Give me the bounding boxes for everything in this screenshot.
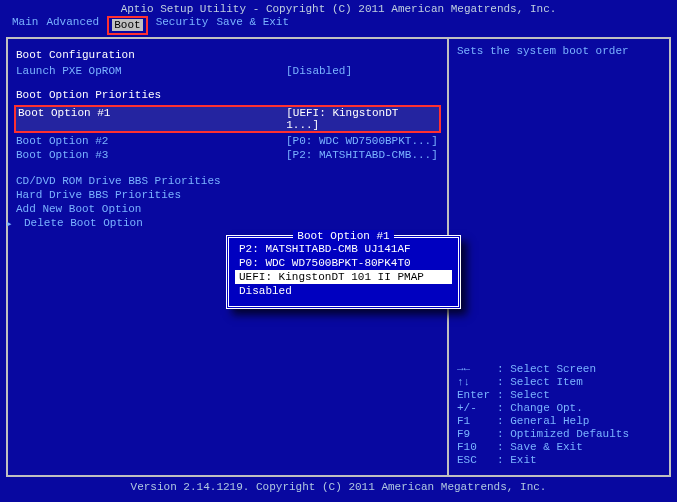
key-esc-desc: : Exit	[497, 454, 537, 466]
key-esc: ESC	[457, 454, 497, 466]
boot-option-3-label: Boot Option #3	[16, 149, 286, 161]
popup-option-3[interactable]: Disabled	[229, 284, 458, 298]
tab-boot[interactable]: Boot	[112, 19, 142, 31]
key-f1-desc: : General Help	[497, 415, 589, 427]
tab-security[interactable]: Security	[156, 16, 209, 35]
key-f9-desc: : Optimized Defaults	[497, 428, 629, 440]
boot-option-1-value: [UEFI: KingstonDT 1...]	[286, 107, 437, 131]
top-menu-bar: Main Advanced Boot Security Save & Exit	[0, 16, 677, 37]
key-plusminus: +/-	[457, 402, 497, 414]
boot-option-1-label: Boot Option #1	[18, 107, 286, 131]
key-f10: F10	[457, 441, 497, 453]
key-enter-desc: : Select	[497, 389, 550, 401]
tab-main[interactable]: Main	[12, 16, 38, 35]
key-legend: →←: Select Screen ↑↓: Select Item Enter:…	[457, 362, 661, 467]
help-panel: Sets the system boot order →←: Select Sc…	[449, 39, 669, 475]
hard-drive-bbs-row[interactable]: Hard Drive BBS Priorities	[16, 189, 439, 201]
cd-dvd-bbs-label: CD/DVD ROM Drive BBS Priorities	[16, 175, 221, 187]
launch-pxe-row[interactable]: Launch PXE OpROM [Disabled]	[16, 65, 439, 77]
context-help-text: Sets the system boot order	[457, 45, 661, 57]
launch-pxe-value: [Disabled]	[286, 65, 352, 77]
popup-title: Boot Option #1	[229, 230, 458, 242]
popup-option-2[interactable]: UEFI: KingstonDT 101 II PMAP	[235, 270, 452, 284]
delete-boot-option-label: Delete Boot Option	[24, 217, 143, 229]
cd-dvd-bbs-row[interactable]: CD/DVD ROM Drive BBS Priorities	[16, 175, 439, 187]
popup-option-1[interactable]: P0: WDC WD7500BPKT-80PK4T0	[229, 256, 458, 270]
bios-root: Aptio Setup Utility - Copyright (C) 2011…	[0, 0, 677, 502]
key-f10-desc: : Save & Exit	[497, 441, 583, 453]
boot-config-heading: Boot Configuration	[16, 49, 439, 61]
hard-drive-bbs-label: Hard Drive BBS Priorities	[16, 189, 181, 201]
tab-boot-highlight: Boot	[107, 16, 147, 35]
triangle-right-icon: ▸	[6, 217, 13, 230]
key-arrows-lr-desc: : Select Screen	[497, 363, 596, 375]
key-f9: F9	[457, 428, 497, 440]
version-footer: Version 2.14.1219. Copyright (C) 2011 Am…	[0, 477, 677, 497]
tab-advanced[interactable]: Advanced	[46, 16, 99, 35]
boot-option-popup: Boot Option #1 P2: MATSHITABD-CMB UJ141A…	[226, 235, 461, 309]
boot-option-2-value: [P0: WDC WD7500BPKT...]	[286, 135, 438, 147]
add-boot-option-label: Add New Boot Option	[16, 203, 141, 215]
tab-save-exit[interactable]: Save & Exit	[216, 16, 289, 35]
delete-boot-option-row[interactable]: ▸ Delete Boot Option	[16, 217, 439, 229]
key-arrows-lr: →←	[457, 363, 497, 375]
key-f1: F1	[457, 415, 497, 427]
boot-option-2-row[interactable]: Boot Option #2 [P0: WDC WD7500BPKT...]	[16, 135, 439, 147]
boot-option-2-label: Boot Option #2	[16, 135, 286, 147]
add-boot-option-row[interactable]: Add New Boot Option	[16, 203, 439, 215]
boot-option-3-value: [P2: MATSHITABD-CMB...]	[286, 149, 438, 161]
popup-option-0[interactable]: P2: MATSHITABD-CMB UJ141AF	[229, 242, 458, 256]
key-arrows-ud-desc: : Select Item	[497, 376, 583, 388]
boot-option-1-row[interactable]: Boot Option #1 [UEFI: KingstonDT 1...]	[14, 105, 441, 133]
key-plusminus-desc: : Change Opt.	[497, 402, 583, 414]
key-enter: Enter	[457, 389, 497, 401]
utility-title: Aptio Setup Utility - Copyright (C) 2011…	[0, 0, 677, 16]
key-arrows-ud: ↑↓	[457, 376, 497, 388]
launch-pxe-label: Launch PXE OpROM	[16, 65, 286, 77]
boot-option-3-row[interactable]: Boot Option #3 [P2: MATSHITABD-CMB...]	[16, 149, 439, 161]
main-area: Boot Configuration Launch PXE OpROM [Dis…	[6, 37, 671, 477]
boot-priorities-heading: Boot Option Priorities	[16, 89, 439, 101]
